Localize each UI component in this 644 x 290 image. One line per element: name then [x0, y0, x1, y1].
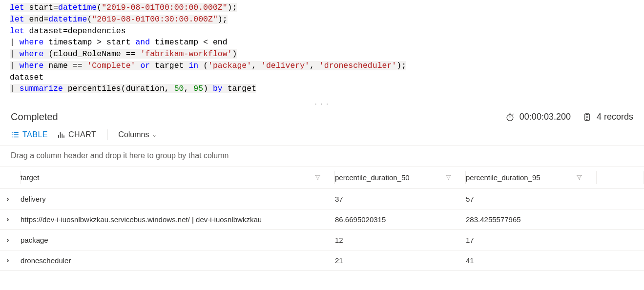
cell-trailing — [597, 189, 644, 209]
filter-icon[interactable] — [445, 174, 452, 181]
col-p50[interactable]: percentile_duration_50 — [335, 166, 466, 189]
tab-table[interactable]: TABLE — [11, 130, 48, 139]
chart-icon — [57, 130, 65, 139]
tab-chart-label: CHART — [68, 130, 96, 139]
columns-label: Columns — [118, 130, 149, 139]
duration-value: 00:00:03.200 — [519, 112, 571, 122]
cell-p50: 21 — [335, 250, 466, 271]
record-count: 4 records — [582, 112, 633, 122]
pane-splitter[interactable]: · · · — [0, 100, 644, 107]
tab-chart[interactable]: CHART — [57, 130, 96, 139]
columns-button[interactable]: Columns ⌄ — [118, 130, 157, 139]
status-bar: Completed 00:00:03.200 4 records — [0, 107, 644, 129]
table-row[interactable]: ›https://dev-i-iuosnlbwkzkau.servicebus.… — [0, 209, 644, 230]
col-trailing — [597, 166, 644, 189]
clipboard-icon — [582, 112, 592, 122]
results-toolbar: TABLE CHART Columns ⌄ — [0, 129, 644, 145]
filter-icon[interactable] — [576, 174, 583, 181]
table-header-row: target percentile_duration_50 percentile… — [0, 166, 644, 189]
expand-row-button[interactable]: › — [0, 230, 21, 250]
stopwatch-icon — [505, 112, 515, 122]
results-table: target percentile_duration_50 percentile… — [0, 166, 644, 271]
cell-p95: 57 — [466, 189, 597, 209]
cell-p50: 37 — [335, 189, 466, 209]
cell-target: dronescheduler — [21, 250, 335, 271]
chevron-right-icon: › — [7, 215, 9, 223]
expand-row-button[interactable]: › — [0, 250, 21, 271]
cell-trailing — [597, 250, 644, 271]
col-p50-label: percentile_duration_50 — [335, 173, 410, 182]
toolbar-separator — [107, 129, 107, 140]
record-count-value: 4 records — [597, 112, 633, 122]
col-target-label: target — [21, 173, 39, 182]
filter-icon[interactable] — [314, 174, 321, 181]
status-text: Completed — [11, 111, 505, 123]
col-p95-label: percentile_duration_95 — [466, 173, 540, 182]
chevron-right-icon: › — [7, 235, 9, 244]
chevron-right-icon: › — [7, 256, 9, 264]
chevron-right-icon: › — [7, 194, 9, 203]
col-p95[interactable]: percentile_duration_95 — [466, 166, 597, 189]
col-target[interactable]: target — [21, 166, 335, 189]
cell-target: delivery — [21, 189, 335, 209]
cell-p95: 41 — [466, 250, 597, 271]
query-duration: 00:00:03.200 — [505, 112, 571, 122]
cell-p50: 86.6695020315 — [335, 209, 466, 230]
table-icon — [11, 130, 20, 139]
cell-p50: 12 — [335, 230, 466, 250]
cell-p95: 283.4255577965 — [466, 209, 597, 230]
cell-target: package — [21, 230, 335, 250]
cell-p95: 17 — [466, 230, 597, 250]
table-row[interactable]: ›delivery3757 — [0, 189, 644, 209]
cell-target: https://dev-i-iuosnlbwkzkau.servicebus.w… — [21, 209, 335, 230]
tab-table-label: TABLE — [22, 130, 48, 139]
chevron-down-icon: ⌄ — [152, 131, 157, 138]
group-by-dropzone[interactable]: Drag a column header and drop it here to… — [0, 145, 644, 166]
query-editor[interactable]: let start=datetime("2019-08-01T00:00:00.… — [0, 0, 644, 100]
expand-row-button[interactable]: › — [0, 189, 21, 209]
table-row[interactable]: ›dronescheduler2141 — [0, 250, 644, 271]
expand-row-button[interactable]: › — [0, 209, 21, 230]
cell-trailing — [597, 209, 644, 230]
cell-trailing — [597, 230, 644, 250]
table-row[interactable]: ›package1217 — [0, 230, 644, 250]
col-expand — [0, 166, 21, 189]
